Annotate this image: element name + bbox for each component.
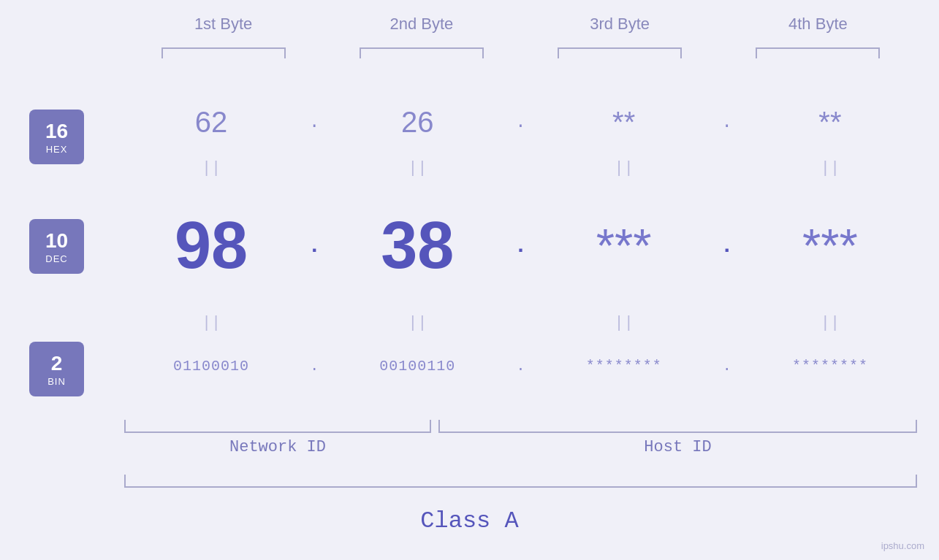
hex-badge-box: 16 HEX [29, 110, 84, 164]
bin-byte2-value: 00100110 [379, 358, 455, 375]
dec-byte2: 38 [330, 208, 504, 283]
dec-dot3-char: . [721, 234, 734, 258]
dec-badge-box: 10 DEC [29, 219, 84, 274]
dec-byte1-value: 98 [175, 209, 248, 282]
hex-byte4-value: ** [818, 106, 841, 138]
main-layout: 1st Byte 2nd Byte 3rd Byte 4th Byte 16 H… [0, 0, 939, 560]
pipe2-2-char: || [408, 314, 427, 332]
pipe2: || [330, 159, 504, 177]
pipe2-3: || [537, 314, 711, 332]
top-bracket-2 [360, 47, 484, 58]
bin-dot1-char: . [310, 358, 319, 375]
dec-dot2-char: . [514, 234, 528, 258]
dec-byte3: *** [537, 218, 711, 273]
bin-byte1-value: 01100010 [173, 358, 249, 375]
hex-byte2-value: 26 [401, 106, 434, 138]
hex-base-label: HEX [46, 144, 68, 156]
bin-base-number: 2 [51, 351, 63, 376]
network-id-bracket [124, 420, 431, 433]
dec-dot2: . [504, 234, 536, 258]
byte-headers-row: 1st Byte 2nd Byte 3rd Byte 4th Byte [124, 15, 917, 34]
byte3-header: 3rd Byte [539, 15, 700, 34]
bin-dot3: . [711, 358, 743, 375]
top-brackets-row [124, 47, 917, 58]
pipe2-1: || [124, 314, 298, 332]
bin-dot3-char: . [723, 358, 731, 375]
bracket-gap [431, 420, 438, 433]
id-labels-gap [431, 438, 438, 456]
bottom-brackets-row [124, 420, 917, 433]
pipe2-3-char: || [614, 314, 633, 332]
pipe3: || [537, 159, 711, 177]
top-bracket-4 [756, 47, 880, 58]
dec-dot1: . [298, 234, 330, 258]
bin-dot2-char: . [517, 358, 525, 375]
watermark: ipshu.com [881, 540, 924, 551]
hex-dot3: . [711, 112, 743, 132]
hex-dot1-char: . [309, 112, 319, 132]
dec-base-number: 10 [45, 229, 68, 253]
hex-badge: 16 HEX [29, 110, 84, 164]
hex-byte3: ** [537, 106, 711, 139]
pipe4: || [743, 159, 917, 177]
dec-badge: 10 DEC [29, 219, 84, 274]
hex-values-row: 62 . 26 . ** . ** [124, 106, 917, 139]
dec-dot3: . [711, 234, 743, 258]
hex-byte1-value: 62 [195, 106, 228, 138]
pipe4-char: || [821, 159, 840, 177]
bin-base-label: BIN [47, 376, 66, 388]
pipe2-4-char: || [821, 314, 840, 332]
bin-values-row: 01100010 . 00100110 . ******** . *******… [124, 358, 917, 375]
dec-byte4: *** [743, 218, 917, 273]
bin-byte1: 01100010 [124, 358, 298, 375]
bin-byte2: 00100110 [330, 358, 504, 375]
bin-badge: 2 BIN [29, 342, 84, 396]
dec-byte4-value: *** [802, 219, 858, 272]
pipes-row-2: || || || || [124, 314, 917, 332]
pipe2-char: || [408, 159, 427, 177]
bin-byte3: ******** [537, 358, 711, 375]
hex-dot2-char: . [515, 112, 525, 132]
top-bracket-1 [161, 47, 286, 58]
pipe1-char: || [202, 159, 221, 177]
dec-byte1: 98 [124, 208, 298, 283]
dec-base-label: DEC [45, 253, 67, 265]
dec-values-row: 98 . 38 . *** . *** [124, 208, 917, 283]
class-bracket-row [124, 475, 917, 488]
host-id-label: Host ID [438, 438, 917, 456]
pipe2-4: || [743, 314, 917, 332]
bin-badge-box: 2 BIN [29, 342, 84, 396]
byte1-header: 1st Byte [143, 15, 304, 34]
hex-dot1: . [298, 112, 330, 132]
pipe2-2: || [330, 314, 504, 332]
hex-dot2: . [504, 112, 536, 132]
hex-byte3-value: ** [612, 106, 635, 138]
dec-byte3-value: *** [596, 219, 652, 272]
class-label: Class A [0, 507, 939, 534]
pipe2-1-char: || [202, 314, 221, 332]
bin-byte4-value: ******** [792, 358, 868, 375]
byte2-header: 2nd Byte [341, 15, 502, 34]
pipes-row-1: || || || || [124, 159, 917, 177]
hex-byte1: 62 [124, 106, 298, 139]
class-bracket [124, 475, 917, 488]
hex-byte2: 26 [330, 106, 504, 139]
bin-dot2: . [504, 358, 536, 375]
hex-byte4: ** [743, 106, 917, 139]
pipe1: || [124, 159, 298, 177]
id-labels-row: Network ID Host ID [124, 438, 917, 456]
dec-byte2-value: 38 [381, 209, 454, 282]
dec-dot1-char: . [308, 234, 321, 258]
network-id-label: Network ID [124, 438, 431, 456]
byte4-header: 4th Byte [737, 15, 898, 34]
bin-dot1: . [298, 358, 330, 375]
host-id-bracket [438, 420, 917, 433]
hex-base-number: 16 [45, 119, 68, 144]
pipe3-char: || [614, 159, 633, 177]
top-bracket-3 [558, 47, 682, 58]
bin-byte3-value: ******** [586, 358, 662, 375]
hex-dot3-char: . [722, 112, 732, 132]
bin-byte4: ******** [743, 358, 917, 375]
